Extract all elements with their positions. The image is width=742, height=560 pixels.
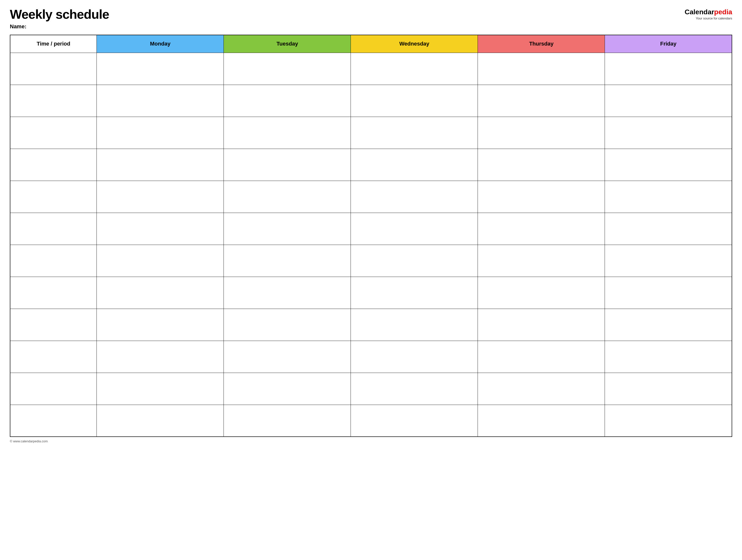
day-cell[interactable] — [605, 85, 732, 117]
time-cell[interactable] — [10, 53, 97, 85]
day-cell[interactable] — [224, 85, 351, 117]
col-header-wednesday: Wednesday — [351, 35, 478, 53]
day-cell[interactable] — [97, 53, 224, 85]
time-cell[interactable] — [10, 245, 97, 277]
day-cell[interactable] — [478, 117, 605, 149]
day-cell[interactable] — [351, 85, 478, 117]
day-cell[interactable] — [224, 181, 351, 213]
page-header: Weekly schedule Name: Calendarpedia Your… — [10, 7, 732, 30]
day-cell[interactable] — [605, 373, 732, 405]
table-row — [10, 245, 732, 277]
time-cell[interactable] — [10, 373, 97, 405]
day-cell[interactable] — [97, 277, 224, 309]
day-cell[interactable] — [97, 245, 224, 277]
day-cell[interactable] — [224, 405, 351, 437]
day-cell[interactable] — [478, 341, 605, 373]
day-cell[interactable] — [478, 373, 605, 405]
logo-calendar: Calendar — [685, 8, 714, 16]
name-label: Name: — [10, 23, 109, 30]
day-cell[interactable] — [97, 405, 224, 437]
time-cell[interactable] — [10, 277, 97, 309]
day-cell[interactable] — [224, 309, 351, 341]
time-cell[interactable] — [10, 309, 97, 341]
day-cell[interactable] — [478, 53, 605, 85]
col-header-monday: Monday — [97, 35, 224, 53]
day-cell[interactable] — [605, 117, 732, 149]
day-cell[interactable] — [478, 309, 605, 341]
day-cell[interactable] — [605, 213, 732, 245]
day-cell[interactable] — [97, 181, 224, 213]
footer: © www.calendarpedia.com — [10, 439, 732, 443]
col-header-time: Time / period — [10, 35, 97, 53]
day-cell[interactable] — [351, 277, 478, 309]
day-cell[interactable] — [97, 213, 224, 245]
day-cell[interactable] — [605, 309, 732, 341]
day-cell[interactable] — [478, 245, 605, 277]
day-cell[interactable] — [351, 245, 478, 277]
time-cell[interactable] — [10, 181, 97, 213]
day-cell[interactable] — [605, 181, 732, 213]
day-cell[interactable] — [351, 117, 478, 149]
logo-text: Calendarpedia — [685, 8, 732, 16]
day-cell[interactable] — [478, 149, 605, 181]
logo-block: Calendarpedia Your source for calendars — [685, 7, 732, 20]
day-cell[interactable] — [605, 149, 732, 181]
day-cell[interactable] — [351, 53, 478, 85]
page-wrapper: Weekly schedule Name: Calendarpedia Your… — [10, 7, 732, 443]
day-cell[interactable] — [224, 149, 351, 181]
title-block: Weekly schedule Name: — [10, 7, 109, 30]
day-cell[interactable] — [605, 405, 732, 437]
col-header-friday: Friday — [605, 35, 732, 53]
day-cell[interactable] — [605, 53, 732, 85]
table-row — [10, 341, 732, 373]
day-cell[interactable] — [224, 245, 351, 277]
logo-tagline: Your source for calendars — [696, 16, 732, 20]
day-cell[interactable] — [351, 341, 478, 373]
day-cell[interactable] — [224, 53, 351, 85]
day-cell[interactable] — [97, 373, 224, 405]
day-cell[interactable] — [478, 181, 605, 213]
day-cell[interactable] — [224, 373, 351, 405]
day-cell[interactable] — [605, 245, 732, 277]
table-row — [10, 149, 732, 181]
day-cell[interactable] — [478, 213, 605, 245]
footer-url: © www.calendarpedia.com — [10, 439, 48, 443]
time-cell[interactable] — [10, 85, 97, 117]
table-row — [10, 405, 732, 437]
day-cell[interactable] — [97, 341, 224, 373]
day-cell[interactable] — [224, 213, 351, 245]
day-cell[interactable] — [97, 149, 224, 181]
time-cell[interactable] — [10, 117, 97, 149]
time-cell[interactable] — [10, 213, 97, 245]
table-row — [10, 373, 732, 405]
day-cell[interactable] — [478, 85, 605, 117]
day-cell[interactable] — [97, 117, 224, 149]
time-cell[interactable] — [10, 405, 97, 437]
day-cell[interactable] — [224, 117, 351, 149]
day-cell[interactable] — [605, 277, 732, 309]
day-cell[interactable] — [351, 373, 478, 405]
table-row — [10, 117, 732, 149]
day-cell[interactable] — [97, 85, 224, 117]
day-cell[interactable] — [351, 213, 478, 245]
table-row — [10, 213, 732, 245]
header-row: Time / period Monday Tuesday Wednesday T… — [10, 35, 732, 53]
day-cell[interactable] — [351, 149, 478, 181]
time-cell[interactable] — [10, 341, 97, 373]
day-cell[interactable] — [351, 405, 478, 437]
time-cell[interactable] — [10, 149, 97, 181]
day-cell[interactable] — [478, 277, 605, 309]
schedule-table: Time / period Monday Tuesday Wednesday T… — [10, 35, 732, 437]
logo-pedia: pedia — [714, 8, 732, 16]
table-row — [10, 85, 732, 117]
day-cell[interactable] — [605, 341, 732, 373]
day-cell[interactable] — [351, 309, 478, 341]
day-cell[interactable] — [97, 309, 224, 341]
table-row — [10, 309, 732, 341]
col-header-thursday: Thursday — [478, 35, 605, 53]
day-cell[interactable] — [478, 405, 605, 437]
table-row — [10, 181, 732, 213]
day-cell[interactable] — [224, 277, 351, 309]
day-cell[interactable] — [351, 181, 478, 213]
day-cell[interactable] — [224, 341, 351, 373]
